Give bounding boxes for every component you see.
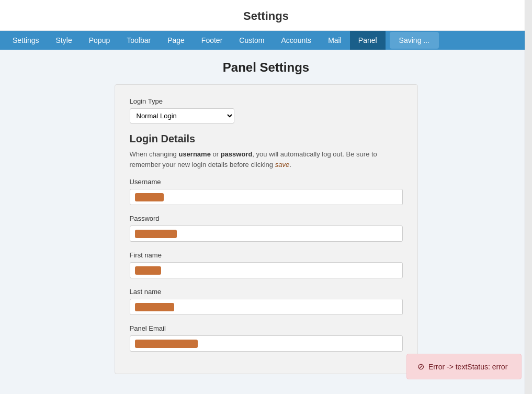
section-heading: Panel Settings [41,60,491,75]
page-title-bar: Settings [0,0,532,31]
login-type-group: Login Type Normal Login OAuth Login LDAP… [130,97,403,123]
desc-password-bold: password [221,150,253,158]
username-label: Username [130,178,403,186]
login-type-select-wrapper: Normal Login OAuth Login LDAP Login [130,108,403,123]
email-label: Panel Email [130,324,403,332]
login-details-description: When changing username or password, you … [130,149,403,170]
password-field-group: Password [130,215,403,242]
desc-end: . [289,161,291,168]
lastname-label: Last name [130,288,403,296]
firstname-label: First name [130,251,403,259]
firstname-input[interactable] [130,262,403,278]
panel-card: Login Type Normal Login OAuth Login LDAP… [115,84,418,374]
email-input-wrapper [130,335,403,352]
login-details-group: Login Details When changing username or … [130,133,403,352]
email-blurred [135,340,198,348]
password-input-wrapper [130,226,403,242]
tab-mail[interactable]: Mail [320,31,350,50]
username-input-wrapper [130,189,403,205]
desc-username-bold: username [178,150,210,158]
lastname-field-group: Last name [130,288,403,315]
tab-accounts[interactable]: Accounts [273,31,320,50]
email-field-group: Panel Email [130,324,403,352]
tab-custom[interactable]: Custom [231,31,273,50]
password-label: Password [130,215,403,222]
firstname-blurred [135,266,161,275]
desc-plain1: When changing [130,150,179,158]
nav-bar: Settings Style Popup Toolbar Page Footer… [0,31,532,50]
content-area: Panel Settings Login Type Normal Login O… [31,50,502,385]
desc-save-italic: save [275,161,289,168]
tab-page[interactable]: Page [159,31,193,50]
tab-toolbar[interactable]: Toolbar [118,31,159,50]
login-type-select[interactable]: Normal Login OAuth Login LDAP Login [130,108,234,123]
firstname-field-group: First name [130,251,403,278]
saving-button[interactable]: Saving ... [390,32,439,49]
error-icon: ⊘ [417,362,424,372]
login-details-title: Login Details [130,133,403,145]
tab-footer[interactable]: Footer [193,31,231,50]
tab-settings[interactable]: Settings [4,31,48,50]
tab-style[interactable]: Style [48,31,81,50]
tab-popup[interactable]: Popup [81,31,118,50]
login-type-label: Login Type [130,97,403,105]
tab-panel[interactable]: Panel [350,31,386,50]
username-blurred [135,193,164,201]
lastname-input-wrapper [130,299,403,315]
error-message: Error -> textStatus: error [428,363,507,371]
desc-plain2: or [211,150,221,158]
username-input[interactable] [130,189,403,205]
password-blurred [135,230,177,238]
scrollbar[interactable] [525,0,532,394]
lastname-blurred [135,303,174,311]
error-toast: ⊘ Error -> textStatus: error [406,354,522,379]
username-field-group: Username [130,178,403,205]
firstname-input-wrapper [130,262,403,278]
page-title: Settings [0,9,532,23]
